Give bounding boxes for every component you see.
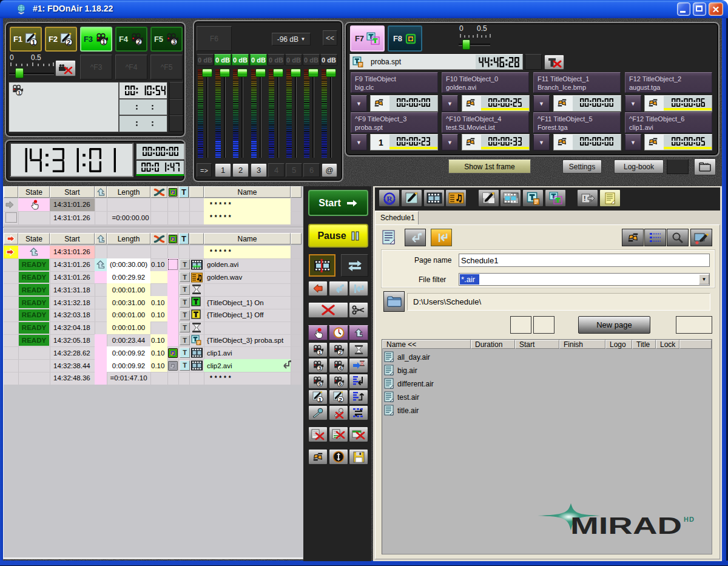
svg-text:4: 4 — [339, 365, 342, 371]
svg-text:1: 1 — [102, 38, 106, 45]
svg-text:R: R — [386, 194, 393, 203]
svg-text:5: 5 — [318, 381, 321, 387]
svg-text:3: 3 — [318, 365, 321, 371]
svg-text:1: 1 — [318, 349, 321, 355]
svg-text:1: 1 — [32, 38, 36, 45]
svg-text:2: 2 — [339, 396, 342, 403]
svg-text:2: 2 — [67, 38, 70, 45]
svg-text:HD: HD — [684, 516, 695, 523]
svg-text:!: ! — [584, 195, 586, 202]
svg-text:6: 6 — [339, 381, 342, 387]
svg-text:1: 1 — [318, 396, 322, 403]
svg-text:3: 3 — [172, 38, 176, 45]
svg-text:2: 2 — [339, 349, 342, 355]
svg-text:MIRAD: MIRAD — [570, 513, 682, 539]
svg-text:2: 2 — [137, 38, 141, 45]
svg-text:1: 1 — [18, 89, 21, 96]
